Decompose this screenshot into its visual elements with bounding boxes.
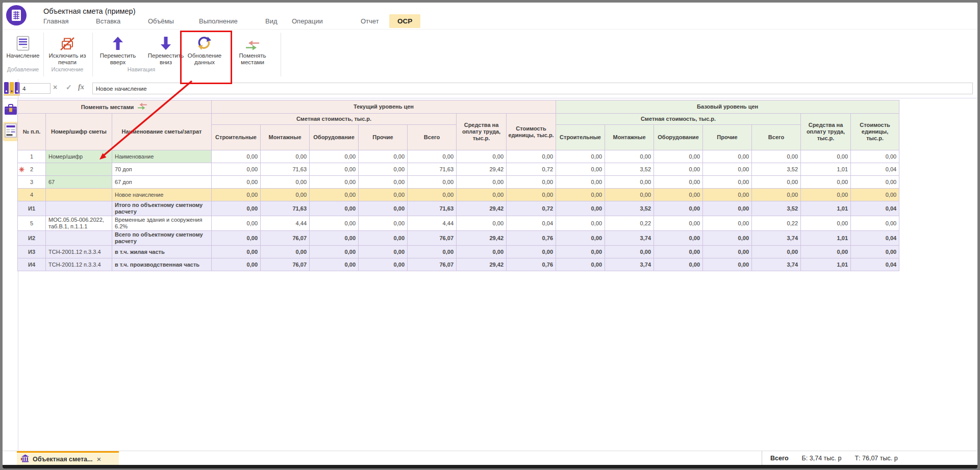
value-cell[interactable]: 3,74	[752, 258, 801, 271]
value-cell[interactable]: 0,00	[507, 150, 556, 163]
value-cell[interactable]: 0,00	[359, 231, 408, 246]
value-cell[interactable]: 3,52	[605, 163, 654, 176]
estimate-code-cell[interactable]: 67	[46, 176, 112, 189]
value-cell[interactable]: 71,63	[408, 163, 457, 176]
value-cell[interactable]: 0,00	[654, 201, 703, 216]
estimate-code-cell[interactable]: ТСН-2001.12 п.3.3.4	[46, 258, 112, 271]
value-cell[interactable]: 0,00	[457, 216, 507, 231]
cell-reference-input[interactable]	[19, 83, 51, 94]
row-number-cell[interactable]: 4	[18, 189, 46, 201]
value-cell[interactable]: 0,00	[359, 150, 408, 163]
value-cell[interactable]: 0,00	[212, 231, 261, 246]
value-cell[interactable]: 0,00	[703, 163, 752, 176]
value-cell[interactable]: 0,00	[605, 150, 654, 163]
value-cell[interactable]: 0,00	[703, 189, 752, 201]
value-cell[interactable]: 29,42	[457, 163, 507, 176]
value-cell[interactable]: 0,00	[310, 201, 359, 216]
value-cell[interactable]: 0,22	[752, 216, 801, 231]
value-cell[interactable]: 0,00	[310, 150, 359, 163]
estimate-sheet-icon[interactable]	[3, 122, 18, 141]
value-cell[interactable]: 0,00	[752, 189, 801, 201]
value-cell[interactable]: 0,00	[310, 189, 359, 201]
value-cell[interactable]: 0,00	[212, 246, 261, 258]
value-cell[interactable]: 0,00	[408, 189, 457, 201]
value-cell[interactable]: 0,00	[556, 201, 605, 216]
value-cell[interactable]: 0,00	[556, 150, 605, 163]
row-number-cell[interactable]: 5	[18, 216, 46, 231]
value-cell[interactable]: 0,00	[605, 189, 654, 201]
row-number-cell[interactable]: 1	[18, 150, 46, 163]
value-cell[interactable]: 0,72	[507, 201, 556, 216]
value-cell[interactable]: 0,00	[556, 231, 605, 246]
value-cell[interactable]: 0,76	[507, 258, 556, 271]
value-cell[interactable]: 0,00	[752, 150, 801, 163]
estimate-name-cell[interactable]: 70 доп	[112, 163, 212, 176]
value-cell[interactable]: 0,00	[359, 258, 408, 271]
value-cell[interactable]: 0,00	[605, 246, 654, 258]
value-cell[interactable]: 0,00	[310, 246, 359, 258]
cancel-icon[interactable]: ×	[53, 83, 57, 91]
value-cell[interactable]: 0,00	[408, 176, 457, 189]
value-cell[interactable]: 0,00	[851, 216, 899, 231]
row-number-cell[interactable]: И4	[18, 258, 46, 271]
value-cell[interactable]: 0,00	[851, 246, 899, 258]
tab-vstavka[interactable]: Вставка	[96, 17, 120, 28]
value-cell[interactable]: 0,00	[212, 163, 261, 176]
value-cell[interactable]: 0,04	[851, 163, 899, 176]
estimate-code-cell[interactable]	[46, 163, 112, 176]
value-cell[interactable]: 0,00	[310, 216, 359, 231]
value-cell[interactable]: 0,00	[703, 216, 752, 231]
value-cell[interactable]: 0,00	[752, 176, 801, 189]
estimate-code-cell[interactable]: ТСН-2001.12 п.3.3.4	[46, 246, 112, 258]
value-cell[interactable]: 0,00	[359, 189, 408, 201]
value-cell[interactable]: 0,00	[654, 150, 703, 163]
value-cell[interactable]: 0,00	[507, 176, 556, 189]
value-cell[interactable]: 76,07	[261, 231, 310, 246]
tab-osr-active[interactable]: ОСР	[389, 14, 420, 28]
value-cell[interactable]: 3,74	[605, 231, 654, 246]
value-cell[interactable]: 0,00	[801, 189, 851, 201]
value-cell[interactable]: 0,04	[851, 201, 899, 216]
value-cell[interactable]: 0,76	[507, 231, 556, 246]
value-cell[interactable]: 0,00	[556, 176, 605, 189]
value-cell[interactable]: 0,00	[801, 246, 851, 258]
estimate-name-cell[interactable]: Наименование	[112, 150, 212, 163]
value-cell[interactable]: 0,04	[507, 216, 556, 231]
row-number-cell[interactable]: И2	[18, 231, 46, 246]
value-cell[interactable]: 76,07	[408, 231, 457, 246]
close-icon[interactable]: ×	[96, 455, 101, 463]
value-cell[interactable]: 3,74	[605, 258, 654, 271]
value-cell[interactable]: 71,63	[408, 201, 457, 216]
value-cell[interactable]: 0,00	[801, 150, 851, 163]
estimate-name-cell[interactable]: Новое начисление	[112, 189, 212, 201]
value-cell[interactable]: 71,63	[261, 201, 310, 216]
value-cell[interactable]: 0,00	[359, 216, 408, 231]
estimate-name-cell[interactable]: Всего по объектному сметному расчету	[112, 231, 212, 246]
value-cell[interactable]: 0,00	[703, 258, 752, 271]
value-cell[interactable]: 0,00	[408, 150, 457, 163]
value-cell[interactable]: 0,00	[359, 176, 408, 189]
value-cell[interactable]: 71,63	[261, 163, 310, 176]
value-cell[interactable]: 0,00	[457, 176, 507, 189]
value-cell[interactable]: 0,00	[212, 150, 261, 163]
value-cell[interactable]: 0,00	[703, 231, 752, 246]
value-cell[interactable]: 0,00	[654, 258, 703, 271]
estimate-code-cell[interactable]	[46, 189, 112, 201]
tab-obyomy[interactable]: Объёмы	[148, 17, 174, 28]
value-cell[interactable]: 0,00	[507, 246, 556, 258]
value-cell[interactable]: 0,00	[654, 216, 703, 231]
value-cell[interactable]: 0,00	[359, 201, 408, 216]
value-cell[interactable]: 0,00	[851, 176, 899, 189]
value-cell[interactable]: 76,07	[408, 258, 457, 271]
value-cell[interactable]: 0,00	[212, 258, 261, 271]
row-number-cell[interactable]: 2	[18, 163, 46, 176]
value-cell[interactable]: 29,42	[457, 201, 507, 216]
tab-glavnaya[interactable]: Главная	[43, 17, 68, 28]
value-cell[interactable]: 0,00	[703, 150, 752, 163]
estimate-code-cell[interactable]: Номер/шифр	[46, 150, 112, 163]
value-cell[interactable]: 0,00	[556, 258, 605, 271]
value-cell[interactable]: 0,00	[408, 246, 457, 258]
value-cell[interactable]: 0,00	[261, 246, 310, 258]
value-cell[interactable]: 0,00	[556, 163, 605, 176]
estimate-code-cell[interactable]	[46, 231, 112, 246]
